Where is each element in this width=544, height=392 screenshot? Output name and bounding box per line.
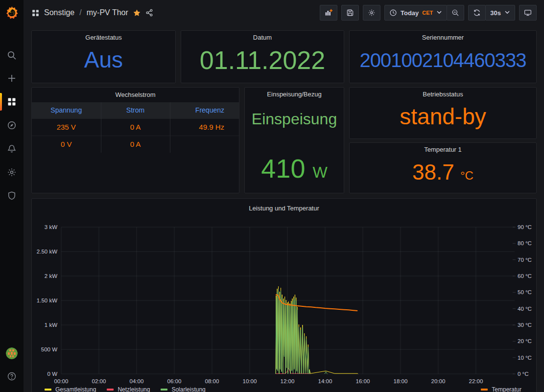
legend-item[interactable]: Netzleistung: [107, 386, 150, 392]
panel-einspeisung-bezug: Einspeisung/Bezug Einspeisung 410 W: [244, 87, 344, 193]
legend-label: Gesamtleistung: [55, 386, 96, 392]
time-range-label: Today: [401, 9, 419, 17]
apps-grid-icon: [31, 9, 40, 17]
time-range-group: Today CET: [384, 5, 464, 21]
help-icon[interactable]: [0, 366, 24, 387]
search-icon[interactable]: [0, 45, 24, 66]
panel-title[interactable]: Datum: [181, 31, 344, 45]
legend-swatch: [45, 389, 51, 391]
panel-title[interactable]: Seriennummer: [350, 31, 536, 45]
breadcrumb-dashboard-title[interactable]: my-PV Thor: [87, 8, 128, 17]
dashboards-icon[interactable]: [0, 92, 24, 112]
share-icon[interactable]: [145, 9, 153, 17]
legend-left-group: GesamtleistungNetzleistungSolarleistung: [45, 386, 206, 392]
legend-item[interactable]: Solarleistung: [161, 386, 205, 392]
panel-title[interactable]: Temperatur 1: [350, 143, 536, 157]
time-range-picker[interactable]: Today CET: [384, 5, 447, 21]
refresh-button[interactable]: [468, 5, 486, 21]
grafana-logo[interactable]: [5, 6, 19, 20]
server-admin-shield-icon[interactable]: [0, 185, 24, 206]
svg-text:2.50 kW: 2.50 kW: [37, 249, 57, 254]
add-panel-button[interactable]: [320, 5, 337, 21]
svg-text:16:00: 16:00: [356, 378, 370, 384]
column-header[interactable]: Spannung: [32, 102, 101, 118]
svg-text:04:00: 04:00: [130, 378, 144, 384]
zoom-out-time-button[interactable]: [447, 5, 464, 21]
save-dashboard-button[interactable]: [341, 5, 359, 21]
svg-text:18:00: 18:00: [394, 378, 408, 384]
time-zone-label: CET: [422, 10, 433, 16]
refresh-group: 30s: [468, 5, 515, 21]
legend-label: Solarleistung: [171, 386, 205, 392]
svg-text:22:00: 22:00: [469, 378, 483, 384]
svg-text:14:00: 14:00: [318, 378, 332, 384]
svg-text:0 °C: 0 °C: [518, 371, 529, 377]
chart-legend: GesamtleistungNetzleistungSolarleistung …: [45, 386, 521, 392]
table-cell: 0 A: [101, 118, 170, 136]
svg-text:60 °C: 60 °C: [518, 273, 532, 279]
configuration-gear-icon[interactable]: [0, 162, 24, 183]
einspeisung-power-value: 410 W: [245, 155, 344, 182]
panel-betriebsstatus: Betriebsstatus stand-by: [349, 87, 537, 139]
panel-title[interactable]: Wechselstrom: [32, 88, 239, 102]
breadcrumb-folder[interactable]: Sonstige: [44, 8, 74, 17]
refresh-interval-picker[interactable]: 30s: [485, 5, 515, 21]
panel-datum: Datum 01.11.2022: [181, 30, 344, 83]
svg-text:12:00: 12:00: [281, 378, 295, 384]
svg-text:500 W: 500 W: [41, 346, 57, 352]
dashboard-header: Sonstige / my-PV Thor: [24, 0, 544, 25]
column-header[interactable]: Frequenz: [170, 102, 239, 118]
add-icon[interactable]: [0, 68, 24, 89]
grafana-app: Sonstige / my-PV Thor: [0, 0, 544, 392]
wechselstrom-table: Spannung Strom Frequenz 235 V 0 A 49.9 H…: [32, 102, 239, 153]
svg-text:50 °C: 50 °C: [518, 289, 532, 295]
power-unit: W: [312, 163, 327, 181]
explore-compass-icon[interactable]: [0, 115, 24, 136]
temperature-number: 38.7: [412, 160, 454, 184]
svg-text:20:00: 20:00: [431, 378, 446, 384]
table-row: 235 V 0 A 49.9 Hz: [32, 118, 239, 136]
alerting-bell-icon[interactable]: [0, 138, 24, 159]
legend-item[interactable]: Temperatur: [481, 386, 521, 392]
panel-title[interactable]: Betriebsstatus: [350, 88, 536, 101]
datum-value: 01.11.2022: [181, 47, 344, 73]
seriennummer-value: 2001002104460333: [350, 50, 536, 70]
geraetestatus-value: Aus: [32, 48, 175, 71]
svg-text:10:00: 10:00: [243, 378, 257, 384]
time-series-chart[interactable]: 3 kW2.50 kW2 kW1.50 kW1 kW500 W0 W90 °C8…: [32, 199, 537, 392]
svg-text:70 °C: 70 °C: [518, 257, 532, 263]
table-cell: 0 A: [101, 136, 170, 153]
table-cell: [170, 136, 239, 153]
table-cell: 0 V: [32, 136, 101, 153]
legend-swatch: [161, 389, 167, 391]
tv-mode-button[interactable]: [519, 5, 537, 21]
temperature-unit: °C: [460, 169, 473, 182]
panel-title[interactable]: Einspeisung/Bezug: [245, 88, 344, 101]
breadcrumb-separator: /: [79, 8, 82, 17]
svg-text:0 W: 0 W: [47, 371, 58, 377]
legend-swatch: [107, 389, 114, 391]
legend-label: Temperatur: [492, 386, 521, 392]
svg-text:02:00: 02:00: [92, 378, 106, 384]
svg-text:1 kW: 1 kW: [45, 322, 57, 328]
svg-text:80 °C: 80 °C: [518, 240, 532, 246]
svg-text:3 kW: 3 kW: [45, 224, 57, 230]
temperatur1-value: 38.7 °C: [350, 161, 536, 183]
dashboard-settings-button[interactable]: [363, 5, 380, 21]
column-header[interactable]: Strom: [101, 102, 170, 118]
panel-title[interactable]: Gerätestatus: [32, 31, 175, 45]
sidebar: [0, 0, 24, 392]
legend-item[interactable]: Gesamtleistung: [45, 386, 96, 392]
user-avatar[interactable]: [6, 347, 18, 359]
panel-seriennummer: Seriennummer 2001002104460333: [349, 30, 537, 83]
legend-right-group: Temperatur: [481, 386, 521, 392]
panel-wechselstrom: Wechselstrom Spannung Strom Frequenz 235…: [31, 87, 239, 193]
power-number: 410: [261, 154, 305, 183]
chevron-down-icon: [504, 9, 510, 17]
svg-text:2 kW: 2 kW: [45, 273, 57, 279]
dashboard-toolbar: Today CET 30s: [320, 5, 537, 21]
svg-text:40 °C: 40 °C: [518, 306, 532, 312]
legend-swatch: [481, 389, 488, 391]
table-row: 0 V 0 A: [32, 136, 239, 153]
favorite-star-icon[interactable]: [133, 9, 141, 17]
